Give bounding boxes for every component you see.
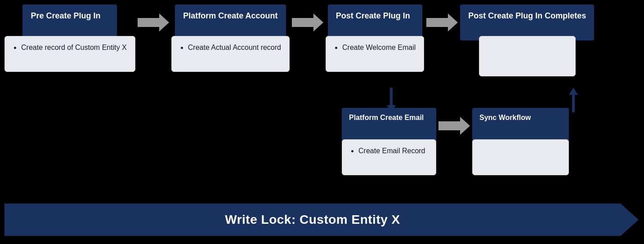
arrow-vertical-up [569,88,578,112]
white-box-pre-create-item-0: Create record of Custom Entity X [21,43,127,53]
gray-arrow-4 [438,117,470,135]
white-box-platform-email: Create Email Record [342,139,436,175]
blue-box-platform-email-label: Platform Create Email [349,113,424,123]
flow-item-post-completes: Post Create Plug In Completes [460,4,594,76]
blue-box-pre-create: Pre Create Plug In [22,4,117,40]
white-box-post-completes [479,36,576,76]
arrow-2 [290,11,326,34]
arrow-v-down-shaft [390,88,393,105]
blue-box-platform-account: Platform Create Account [175,4,286,40]
white-box-account-item-0: Create Actual Account record [188,43,281,53]
gray-arrow-3 [426,13,458,31]
blue-box-platform-account-label: Platform Create Account [183,11,277,21]
arrow-v-up-shaft [572,95,575,112]
white-box-sync-workflow [472,139,569,175]
flow-item-pre-create: Pre Create Plug In Create record of Cust… [4,4,135,72]
white-box-pre-create: Create record of Custom Entity X [4,36,135,72]
white-box-platform-account: Create Actual Account record [171,36,290,72]
blue-box-platform-email: Platform Create Email [342,108,436,144]
arrow-1 [135,11,171,34]
gray-arrow-2 [292,13,323,31]
arrow-3 [424,11,460,34]
blue-box-post-completes: Post Create Plug In Completes [460,4,594,40]
flow-item-post-create: Post Create Plug In Create Welcome Email [326,4,424,72]
white-box-post-create-item-0: Create Welcome Email [342,43,416,53]
flow-item-platform-email: Platform Create Email Create Email Recor… [342,108,436,175]
write-lock-label: Write Lock: Custom Entity X [225,213,418,227]
flow-item-sync-workflow: Sync Workflow [472,108,569,175]
blue-box-pre-create-label: Pre Create Plug In [31,11,100,21]
bottom-flow-row: Platform Create Email Create Email Recor… [342,108,569,175]
diagram-container: Pre Create Plug In Create record of Cust… [0,0,644,244]
arrow-v-up-head [569,88,578,95]
white-box-email-item-0: Create Email Record [358,146,428,156]
blue-box-sync-workflow-label: Sync Workflow [479,113,531,123]
blue-box-post-create-label: Post Create Plug In [336,11,410,21]
arrow-4 [436,115,472,137]
white-box-post-create: Create Welcome Email [326,36,424,72]
top-flow-row: Pre Create Plug In Create record of Cust… [4,4,594,76]
gray-arrow-1 [138,13,169,31]
blue-box-post-create: Post Create Plug In [328,4,422,40]
blue-box-sync-workflow: Sync Workflow [472,108,569,144]
blue-box-post-completes-label: Post Create Plug In Completes [468,11,586,21]
flow-item-platform-account: Platform Create Account Create Actual Ac… [171,4,290,72]
write-lock-banner: Write Lock: Custom Entity X [4,204,639,236]
